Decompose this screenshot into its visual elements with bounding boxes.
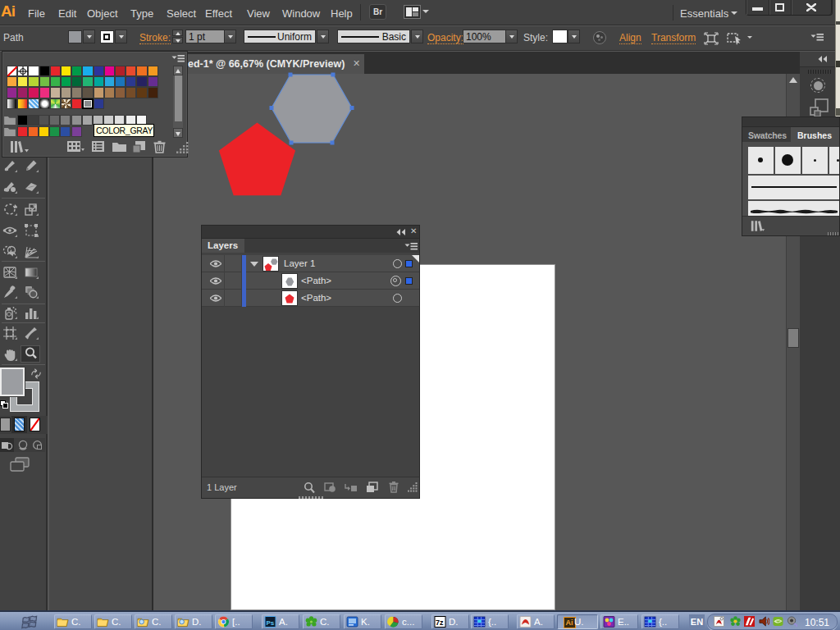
svg-text:7z: 7z [436,619,444,627]
svg-text:Ps: Ps [267,619,275,627]
